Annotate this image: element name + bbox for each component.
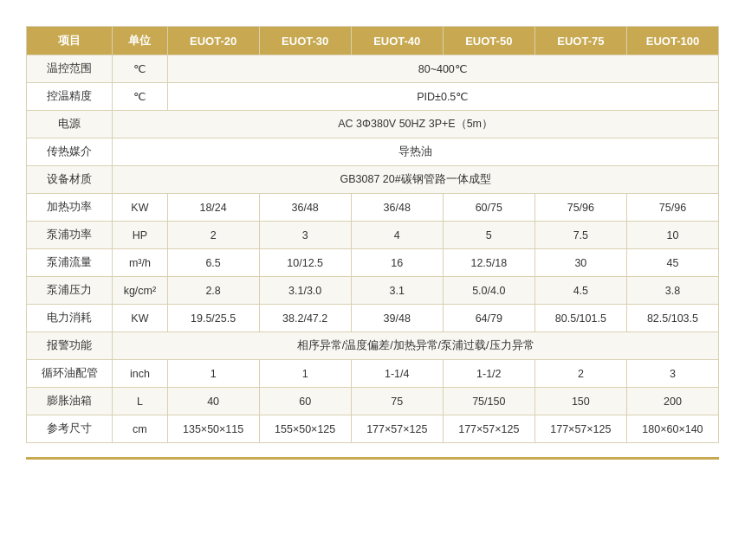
- row-value: 2.8: [167, 277, 259, 305]
- row-value: 75/96: [534, 194, 626, 222]
- row-span-value: AC 3Φ380V 50HZ 3P+E（5m）: [113, 111, 719, 138]
- row-value: 4.5: [534, 277, 626, 305]
- row-value: 38.2/47.2: [259, 305, 351, 332]
- row-value: 19.5/25.5: [167, 305, 259, 332]
- row-unit: inch: [113, 360, 167, 388]
- row-label: 控温精度: [27, 83, 113, 111]
- table-row: 泵浦功率HP23457.510: [27, 222, 719, 249]
- row-unit: m³/h: [113, 249, 167, 277]
- table-row: 温控范围℃80~400℃: [27, 55, 719, 83]
- row-value: 16: [351, 249, 443, 277]
- row-value: 177×57×125: [443, 415, 534, 443]
- row-value: 2: [534, 360, 626, 388]
- table-header-row: 项目单位EUOT-20EUOT-30EUOT-40EUOT-50EUOT-75E…: [27, 27, 719, 55]
- row-value: 82.5/103.5: [626, 305, 718, 332]
- row-value: 75/150: [443, 388, 534, 415]
- row-value: 45: [626, 249, 718, 277]
- row-label: 泵浦压力: [27, 277, 113, 305]
- row-value: 177×57×125: [534, 415, 626, 443]
- row-value: 200: [626, 388, 718, 415]
- row-label: 泵浦流量: [27, 249, 113, 277]
- row-value: 177×57×125: [351, 415, 443, 443]
- row-value: 4: [351, 222, 443, 249]
- row-value: 155×50×125: [259, 415, 351, 443]
- row-value: 39/48: [351, 305, 443, 332]
- table-body: 温控范围℃80~400℃控温精度℃PID±0.5℃电源AC 3Φ380V 50H…: [27, 55, 719, 443]
- row-value: 7.5: [534, 222, 626, 249]
- table-row: 电源AC 3Φ380V 50HZ 3P+E（5m）: [27, 111, 719, 138]
- row-value: 1: [167, 360, 259, 388]
- row-value: 60/75: [443, 194, 534, 222]
- row-label: 膨胀油箱: [27, 388, 113, 415]
- row-label: 参考尺寸: [27, 415, 113, 443]
- row-value: 1-1/4: [351, 360, 443, 388]
- row-span-value: PID±0.5℃: [167, 83, 718, 111]
- row-value: 36/48: [259, 194, 351, 222]
- table-row: 传热媒介导热油: [27, 138, 719, 166]
- row-value: 2: [167, 222, 259, 249]
- bottom-line: [26, 457, 719, 460]
- row-value: 3.8: [626, 277, 718, 305]
- row-value: 30: [534, 249, 626, 277]
- row-span-value: 80~400℃: [167, 55, 718, 83]
- row-unit: L: [113, 388, 167, 415]
- row-value: 18/24: [167, 194, 259, 222]
- row-unit: kg/cm²: [113, 277, 167, 305]
- row-value: 12.5/18: [443, 249, 534, 277]
- row-value: 5.0/4.0: [443, 277, 534, 305]
- row-value: 64/79: [443, 305, 534, 332]
- row-unit: ℃: [113, 83, 167, 111]
- row-label: 传热媒介: [27, 138, 113, 166]
- row-value: 3: [259, 222, 351, 249]
- row-label: 电源: [27, 111, 113, 138]
- row-label: 电力消耗: [27, 305, 113, 332]
- row-value: 180×60×140: [626, 415, 718, 443]
- param-table: 项目单位EUOT-20EUOT-30EUOT-40EUOT-50EUOT-75E…: [26, 26, 719, 443]
- row-label: 泵浦功率: [27, 222, 113, 249]
- row-span-value: 导热油: [113, 138, 719, 166]
- col-header-EUOT-50: EUOT-50: [443, 27, 534, 55]
- row-span-value: 相序异常/温度偏差/加热异常/泵浦过载/压力异常: [113, 332, 719, 360]
- table-row: 控温精度℃PID±0.5℃: [27, 83, 719, 111]
- row-label: 加热功率: [27, 194, 113, 222]
- table-row: 电力消耗KW19.5/25.538.2/47.239/4864/7980.5/1…: [27, 305, 719, 332]
- row-value: 75: [351, 388, 443, 415]
- row-value: 150: [534, 388, 626, 415]
- row-value: 36/48: [351, 194, 443, 222]
- row-value: 6.5: [167, 249, 259, 277]
- row-value: 1-1/2: [443, 360, 534, 388]
- col-header-EUOT-20: EUOT-20: [167, 27, 259, 55]
- col-header-label: 项目: [27, 27, 113, 55]
- row-value: 5: [443, 222, 534, 249]
- col-header-EUOT-100: EUOT-100: [626, 27, 718, 55]
- row-value: 60: [259, 388, 351, 415]
- row-label: 设备材质: [27, 166, 113, 194]
- table-row: 泵浦流量m³/h6.510/12.51612.5/183045: [27, 249, 719, 277]
- row-value: 3.1/3.0: [259, 277, 351, 305]
- table-row: 泵浦压力kg/cm²2.83.1/3.03.15.0/4.04.53.8: [27, 277, 719, 305]
- row-value: 10/12.5: [259, 249, 351, 277]
- row-unit: KW: [113, 305, 167, 332]
- row-value: 10: [626, 222, 718, 249]
- table-row: 设备材质GB3087 20#碳钢管路一体成型: [27, 166, 719, 194]
- row-value: 3.1: [351, 277, 443, 305]
- row-label: 报警功能: [27, 332, 113, 360]
- col-header-EUOT-40: EUOT-40: [351, 27, 443, 55]
- row-value: 3: [626, 360, 718, 388]
- row-value: 135×50×115: [167, 415, 259, 443]
- row-unit: HP: [113, 222, 167, 249]
- row-value: 80.5/101.5: [534, 305, 626, 332]
- row-label: 温控范围: [27, 55, 113, 83]
- table-row: 报警功能相序异常/温度偏差/加热异常/泵浦过载/压力异常: [27, 332, 719, 360]
- table-row: 参考尺寸cm135×50×115155×50×125177×57×125177×…: [27, 415, 719, 443]
- row-unit: KW: [113, 194, 167, 222]
- table-row: 加热功率KW18/2436/4836/4860/7575/9675/96: [27, 194, 719, 222]
- col-header-EUOT-75: EUOT-75: [534, 27, 626, 55]
- row-unit: ℃: [113, 55, 167, 83]
- row-value: 40: [167, 388, 259, 415]
- row-span-value: GB3087 20#碳钢管路一体成型: [113, 166, 719, 194]
- row-label: 循环油配管: [27, 360, 113, 388]
- row-unit: cm: [113, 415, 167, 443]
- table-row: 膨胀油箱L40607575/150150200: [27, 388, 719, 415]
- row-value: 1: [259, 360, 351, 388]
